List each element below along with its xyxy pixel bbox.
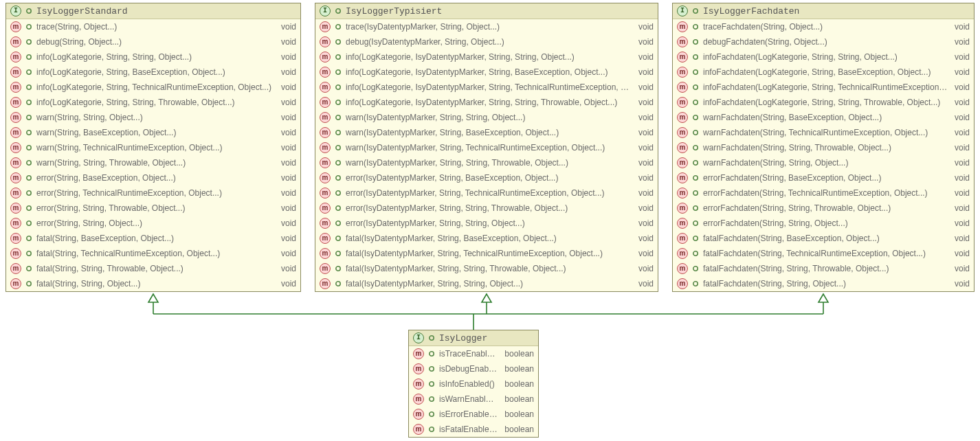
method-return-type: void: [952, 188, 970, 199]
svg-point-63: [693, 267, 698, 271]
method-signature: isWarnEnabled(): [439, 394, 498, 405]
abstract-icon: [692, 129, 699, 136]
method-signature: debug(String, Object...): [36, 36, 274, 47]
method-icon: m: [677, 188, 688, 199]
method-signature: traceFachdaten(String, Object...): [703, 21, 948, 32]
method-icon: m: [677, 82, 688, 93]
abstract-icon: [335, 99, 342, 106]
svg-point-25: [27, 267, 31, 271]
interface-header: IIsyLoggerFachdaten: [673, 3, 974, 19]
method-return-type: void: [278, 112, 296, 123]
method-icon: m: [10, 157, 21, 168]
method-row: misErrorEnabled()boolean: [409, 407, 538, 422]
method-signature: debugFachdaten(String, Object...): [703, 36, 948, 47]
abstract-icon: [25, 220, 32, 227]
method-return-type: void: [636, 142, 654, 153]
svg-point-35: [336, 131, 340, 135]
svg-marker-5: [482, 294, 491, 302]
method-signature: info(LogKategorie, IsyDatentypMarker, St…: [346, 67, 632, 78]
method-icon: m: [320, 203, 331, 214]
method-return-type: void: [278, 21, 296, 32]
method-icon: m: [677, 21, 688, 32]
interface-name: IsyLogger: [439, 333, 487, 343]
svg-point-58: [693, 191, 698, 195]
svg-point-47: [693, 25, 698, 29]
method-signature: error(String, String, Object...): [36, 218, 274, 229]
method-icon: m: [10, 248, 21, 259]
method-return-type: void: [278, 127, 296, 138]
method-signature: isErrorEnabled(): [439, 409, 498, 420]
svg-point-37: [336, 161, 340, 165]
method-row: mfatal(String, String, Throwable, Object…: [6, 261, 300, 276]
method-icon: m: [677, 218, 688, 229]
method-return-type: void: [636, 263, 654, 274]
method-signature: errorFachdaten(String, TechnicalRuntimeE…: [703, 188, 948, 199]
svg-point-36: [336, 146, 340, 150]
method-row: mwarn(String, TechnicalRuntimeException,…: [6, 140, 300, 155]
svg-point-62: [693, 251, 698, 256]
method-icon: m: [10, 233, 21, 244]
method-signature: fatal(IsyDatentypMarker, String, BaseExc…: [346, 233, 632, 244]
svg-point-59: [693, 206, 698, 210]
method-return-type: void: [952, 21, 970, 32]
svg-point-21: [27, 206, 31, 210]
abstract-icon: [25, 8, 32, 14]
method-return-type: boolean: [502, 363, 534, 374]
method-icon: m: [10, 203, 21, 214]
svg-point-45: [336, 282, 340, 286]
svg-point-28: [336, 25, 340, 29]
abstract-icon: [25, 174, 32, 181]
method-icon: m: [10, 52, 21, 63]
method-signature: isTraceEnabled(): [439, 348, 498, 359]
method-return-type: void: [636, 203, 654, 214]
method-signature: info(LogKategorie, String, String, Throw…: [36, 97, 274, 108]
method-icon: m: [677, 172, 688, 183]
method-icon: m: [677, 36, 688, 47]
method-icon: m: [320, 112, 331, 123]
method-signature: warn(IsyDatentypMarker, String, String, …: [346, 157, 632, 168]
method-row: merror(String, String, Object...)void: [6, 216, 300, 231]
method-row: mwarn(IsyDatentypMarker, String, BaseExc…: [315, 125, 658, 140]
abstract-icon: [335, 174, 342, 181]
svg-point-67: [430, 367, 434, 371]
method-return-type: void: [278, 188, 296, 199]
method-icon: m: [10, 127, 21, 138]
interface-fachdaten: IIsyLoggerFachdatenmtraceFachdaten(Strin…: [672, 3, 975, 292]
method-return-type: void: [278, 263, 296, 274]
method-icon: m: [413, 378, 424, 389]
method-return-type: void: [952, 82, 970, 93]
abstract-icon: [25, 144, 32, 151]
method-row: mfatalFachdaten(String, String, Throwabl…: [673, 261, 974, 276]
abstract-icon: [692, 114, 699, 121]
method-icon: m: [320, 21, 331, 32]
abstract-icon: [25, 235, 32, 242]
abstract-icon: [692, 99, 699, 106]
method-return-type: void: [278, 218, 296, 229]
method-signature: infoFachdaten(LogKategorie, String, Stri…: [703, 97, 948, 108]
method-return-type: void: [952, 67, 970, 78]
method-list: mtraceFachdaten(String, Object...)voidmd…: [673, 19, 974, 291]
method-return-type: void: [278, 172, 296, 183]
abstract-icon: [428, 335, 435, 341]
svg-point-10: [27, 40, 31, 44]
method-return-type: void: [636, 67, 654, 78]
method-icon: m: [10, 112, 21, 123]
method-row: mfatalFachdaten(String, String, Object..…: [673, 276, 974, 291]
method-icon: m: [10, 142, 21, 153]
svg-point-50: [693, 70, 698, 74]
method-signature: errorFachdaten(String, BaseException, Ob…: [703, 172, 948, 183]
method-row: minfo(LogKategorie, IsyDatentypMarker, S…: [315, 95, 658, 110]
method-row: mwarn(String, BaseException, Object...)v…: [6, 125, 300, 140]
svg-point-8: [27, 9, 31, 13]
abstract-icon: [335, 205, 342, 212]
method-signature: debug(IsyDatentypMarker, String, Object.…: [346, 36, 632, 47]
abstract-icon: [335, 84, 342, 91]
method-row: merror(String, String, Throwable, Object…: [6, 201, 300, 216]
method-row: mwarnFachdaten(String, String, Throwable…: [673, 140, 974, 155]
method-signature: warn(String, TechnicalRuntimeException, …: [36, 142, 274, 153]
method-row: minfo(LogKategorie, IsyDatentypMarker, S…: [315, 49, 658, 65]
method-signature: isInfoEnabled(): [439, 378, 498, 389]
method-row: mfatal(String, BaseException, Object...)…: [6, 231, 300, 246]
svg-point-12: [27, 70, 31, 74]
abstract-icon: [692, 159, 699, 166]
